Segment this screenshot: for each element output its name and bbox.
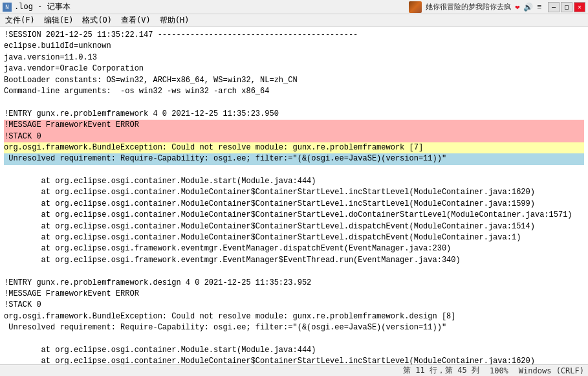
minimize-button[interactable]: — [548,2,560,12]
log-line: org.osgi.framework.BundleException: Coul… [4,142,584,153]
log-line: eclipse.buildId=unknown [4,41,584,52]
log-content[interactable]: !SESSION 2021-12-25 11:35:22.147 -------… [0,27,588,364]
log-line: at org.eclipse.osgi.container.ModuleCont… [4,187,584,198]
log-line: java.version=11.0.13 [4,52,584,63]
log-line: Command-line arguments: -os win32 -ws wi… [4,86,584,97]
sound-icon: 🔊 [523,3,533,12]
window-title: .log - 记事本 [14,1,71,12]
title-bar: N .log - 记事本 她你很冒险的梦我陪你去疯 ❤ 🔊 ≡ — □ ✕ [0,0,588,14]
log-line: at org.eclipse.osgi.container.ModuleCont… [4,199,584,210]
log-line: at org.eclipse.osgi.framework.eventmgr.E… [4,243,584,254]
log-line [4,97,584,108]
menu-file[interactable]: 文件(F) [1,14,39,27]
log-line: !MESSAGE FrameworkEvent ERROR [4,120,584,131]
log-line: Unresolved requirement: Require-Capabili… [4,322,584,333]
menu-format[interactable]: 格式(O) [78,14,116,27]
log-line [4,165,584,176]
cursor-position: 第 11 行，第 45 列 [403,365,479,376]
encoding: Windows (CRLF) [519,366,584,375]
menu-bar: 文件(F) 编辑(E) 格式(O) 查看(V) 帮助(H) [0,14,588,27]
maximize-button[interactable]: □ [561,2,572,12]
log-line: !STACK 0 [4,300,584,311]
log-line: !SESSION 2021-12-25 11:35:22.147 -------… [4,30,584,41]
menu-help[interactable]: 帮助(H) [156,14,193,27]
log-line: !ENTRY gunx.re.problemframework 4 0 2021… [4,109,584,120]
avatar [409,1,422,13]
menu-dots-icon: ≡ [537,3,541,11]
status-bar: 第 11 行，第 45 列 100% Windows (CRLF) [0,364,588,376]
log-line: at org.eclipse.osgi.container.Module.sta… [4,176,584,187]
close-button[interactable]: ✕ [574,2,585,12]
log-line [4,334,584,345]
log-line: !MESSAGE FrameworkEvent ERROR [4,289,584,300]
menu-edit[interactable]: 编辑(E) [40,14,78,27]
app-icon: N [3,3,12,12]
log-line: at org.eclipse.osgi.container.ModuleCont… [4,356,584,364]
log-line: BootLoader constants: OS=win32, ARCH=x86… [4,75,584,86]
log-line: java.vendor=Oracle Corporation [4,63,584,74]
log-line: at org.eclipse.osgi.container.ModuleCont… [4,210,584,221]
log-line: at org.eclipse.osgi.framework.eventmgr.E… [4,255,584,266]
log-line: Unresolved requirement: Require-Capabili… [4,153,584,164]
log-line: !STACK 0 [4,131,584,142]
log-line [4,266,584,277]
log-line: at org.eclipse.osgi.container.Module.sta… [4,345,584,356]
log-line: org.osgi.framework.BundleException: Coul… [4,311,584,322]
log-line: at org.eclipse.osgi.container.ModuleCont… [4,232,584,243]
notification-text: 她你很冒险的梦我陪你去疯 [426,2,511,12]
log-line: !ENTRY gunx.re.problemframework.design 4… [4,278,584,289]
zoom-level: 100% [490,366,508,375]
log-line: at org.eclipse.osgi.container.ModuleCont… [4,221,584,232]
heart-icon: ❤ [515,3,519,12]
menu-view[interactable]: 查看(V) [117,14,155,27]
